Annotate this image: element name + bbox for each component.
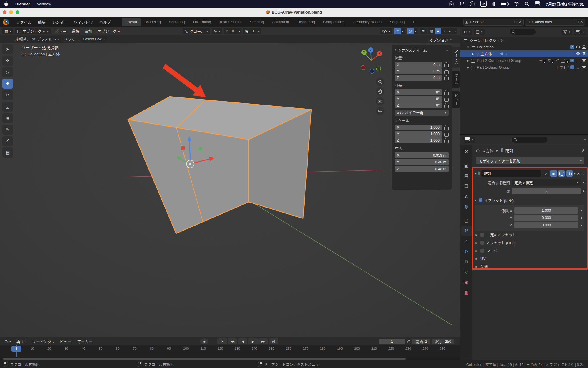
next-keyframe-button[interactable]: ▶▶ <box>258 338 268 344</box>
workspace-tab-geometry-nodes[interactable]: Geometry Nodes <box>349 18 385 26</box>
scene-name[interactable]: Scene <box>473 20 512 24</box>
disable-render-camera-icon[interactable] <box>582 52 586 55</box>
outliner-filter-button[interactable]: ▾ <box>561 29 572 35</box>
outliner-row-scene-collection[interactable]: シーンコレクション <box>460 37 588 44</box>
properties-tab-object-data[interactable]: ▽ <box>461 267 472 277</box>
location-x-field[interactable]: X0 m <box>395 62 442 68</box>
dimension-x-field[interactable]: X0.959 m <box>395 152 449 158</box>
viewport-display-toggle[interactable] <box>558 170 565 177</box>
tool-select-circle[interactable]: ◎ <box>2 67 13 77</box>
animate-dot-icon[interactable] <box>581 225 582 226</box>
collection-checkbox[interactable]: ✓ <box>570 59 574 62</box>
properties-tab-modifiers[interactable]: ⚒ <box>461 226 472 236</box>
frame-start-field[interactable]: 開始1 <box>412 339 430 344</box>
lock-icon[interactable] <box>444 64 449 67</box>
tool-annotate[interactable]: ✎ <box>2 125 13 135</box>
subpanel-checkbox[interactable] <box>480 241 484 245</box>
subpanel-UV[interactable]: ▶UV <box>475 255 584 263</box>
scale-y-field[interactable]: Y1.000 <box>395 131 442 137</box>
falloff-icon[interactable]: ∧ <box>250 28 257 34</box>
lock-icon[interactable] <box>444 98 449 102</box>
workspace-tab-modeling[interactable]: Modeling <box>141 18 165 26</box>
control-center-icon[interactable] <box>535 1 540 6</box>
tool-scale[interactable]: ◱ <box>2 102 13 112</box>
play-reverse-button[interactable]: ◀ <box>238 338 247 344</box>
input-source-icon[interactable]: US <box>480 1 487 7</box>
modifier-extras-dropdown-icon[interactable]: ▾ <box>574 172 576 175</box>
drag-handle-icon[interactable]: ∷ <box>446 48 449 52</box>
editor-type-button[interactable]: ▦▾ <box>2 28 13 34</box>
add-modifier-button[interactable]: モディファイアーを追加▾ <box>476 157 584 164</box>
subpanel-checkbox[interactable] <box>480 249 484 253</box>
unlink-scene-icon[interactable]: ✕ <box>519 20 522 24</box>
lock-icon[interactable] <box>444 92 449 95</box>
expand-icon[interactable]: ▶ <box>475 257 478 260</box>
factor-z-field[interactable]: 0.000 <box>514 222 578 228</box>
topbar-menu-ヘルプ[interactable]: ヘルプ <box>96 18 114 26</box>
snap-magnet-icon[interactable]: ∩ <box>224 28 230 34</box>
viewlayer-selector[interactable]: ❏▾ ViewLayer ❏ ✕ <box>525 19 585 26</box>
menubar-app-name[interactable]: Blender <box>15 2 30 6</box>
blender-logo-icon[interactable] <box>3 19 9 25</box>
mode-selector[interactable]: ▢オブジェクト▾ <box>15 28 51 34</box>
material-preview-button[interactable]: ◔ <box>441 28 447 34</box>
dimension-y-field[interactable]: Y0.48 m <box>395 159 449 165</box>
timeline-scrollbar[interactable] <box>3 358 406 360</box>
workspace-tab-compositing[interactable]: Compositing <box>319 18 348 26</box>
tool-cursor[interactable]: ✛ <box>2 56 13 66</box>
expand-icon[interactable]: ▶ <box>467 66 470 69</box>
use-preview-range-icon[interactable]: ◷ <box>407 339 410 344</box>
tool-add-cube[interactable]: ▦ <box>2 147 13 158</box>
solid-shading-button[interactable]: ● <box>435 28 441 34</box>
topbar-menu-ウィンドウ[interactable]: ウィンドウ <box>71 18 96 26</box>
closed-eye-icon[interactable]: ◡ <box>576 65 580 69</box>
lock-icon[interactable] <box>444 140 449 143</box>
playhead[interactable]: 1 <box>11 346 21 352</box>
animate-dot-icon[interactable] <box>583 190 584 192</box>
lock-icon[interactable] <box>444 105 449 108</box>
gizmos-toggle-group[interactable]: ↗▾ <box>394 28 405 34</box>
expand-icon[interactable]: ▶ <box>467 59 470 62</box>
tool-select-box[interactable]: ➤ <box>2 44 13 54</box>
drag-action-dropdown[interactable]: Select Box▾ <box>81 36 107 42</box>
outliner-row-part2[interactable]: ▶ Part 2-Complicated Group ✛2 ▽3 ◠ 3 ✓ ◡ <box>460 57 588 64</box>
outliner-display-mode-button[interactable]: ⊟▾ <box>462 29 472 35</box>
delete-modifier-icon[interactable]: ✕ <box>577 171 580 176</box>
outliner-row-part1[interactable]: ▶ Part 1-Basic Group ✛ ▽ ✓ ◡ <box>460 64 588 71</box>
outliner-search-input[interactable] <box>509 29 536 35</box>
axis-navigation-gizmo[interactable]: Z X Y <box>358 47 385 74</box>
snap-target-icon[interactable]: ⊪ <box>230 28 237 34</box>
on-cage-display-toggle[interactable]: ▣ <box>550 170 557 177</box>
new-viewlayer-icon[interactable]: ❏ <box>576 20 579 24</box>
timeline-editor-type-button[interactable]: ◷▾ <box>2 338 13 345</box>
subpanel-マージ[interactable]: ▶マージ <box>475 247 584 255</box>
3d-viewport[interactable]: ▦▾ ▢オブジェクト▾ ビュー選択追加オブジェクト ⤡グロー…▾ ⊙▾ ∩⊪▾ … <box>0 27 460 337</box>
proportional-edit-icon[interactable]: ◉ <box>243 28 250 34</box>
edit-mode-display-toggle[interactable]: ▽ <box>542 170 549 177</box>
properties-tab-material[interactable]: ◉ <box>461 278 472 287</box>
hide-eye-icon[interactable] <box>576 52 580 55</box>
properties-tab-output[interactable]: ▤ <box>461 171 472 180</box>
playback-menu[interactable]: 再生 ▾ <box>14 338 29 345</box>
timeline-ruler[interactable]: 1020304050607080901001101201301401501601… <box>0 345 460 357</box>
offset-relative-label[interactable]: オフセット (倍率) <box>485 198 514 203</box>
properties-options-icon[interactable]: ▾ <box>584 138 586 141</box>
workspace-tab-texture-paint[interactable]: Texture Paint <box>216 18 245 26</box>
properties-tab-texture[interactable]: ▩ <box>461 288 472 297</box>
properties-tab-particles[interactable]: ∴ <box>461 236 472 246</box>
expand-icon[interactable]: ▶ <box>475 241 478 244</box>
new-scene-icon[interactable]: ❏ <box>514 20 517 24</box>
disable-render-camera-icon[interactable] <box>582 66 586 69</box>
camera-view-button[interactable] <box>376 97 384 105</box>
tool-measure[interactable]: ∠ <box>2 136 13 146</box>
topbar-menu-レンダー[interactable]: レンダー <box>49 18 71 26</box>
drag-handle-icon[interactable]: ∷ <box>582 171 584 176</box>
toggle-ortho-button[interactable] <box>376 107 384 115</box>
tool-move[interactable]: ✥ <box>2 79 13 89</box>
topbar-menu-編集[interactable]: 編集 <box>35 18 49 26</box>
properties-search-input[interactable] <box>511 137 548 143</box>
sidebar-tab-ツール[interactable]: ツール <box>452 71 460 88</box>
breadcrumb-object[interactable]: 立方体 <box>482 148 493 153</box>
render-display-toggle[interactable] <box>566 170 573 177</box>
auto-keyframe-button[interactable]: ◉ <box>200 338 208 344</box>
